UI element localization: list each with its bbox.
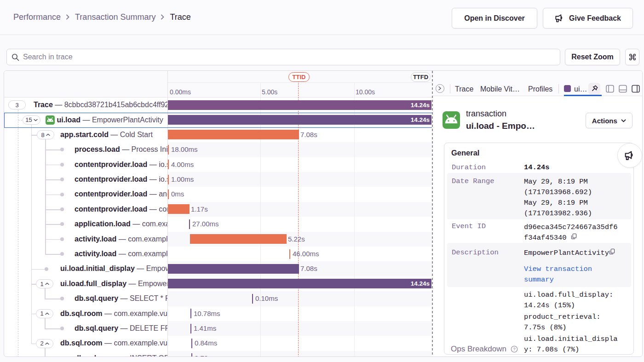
svg-text:?: ? [513,347,516,351]
